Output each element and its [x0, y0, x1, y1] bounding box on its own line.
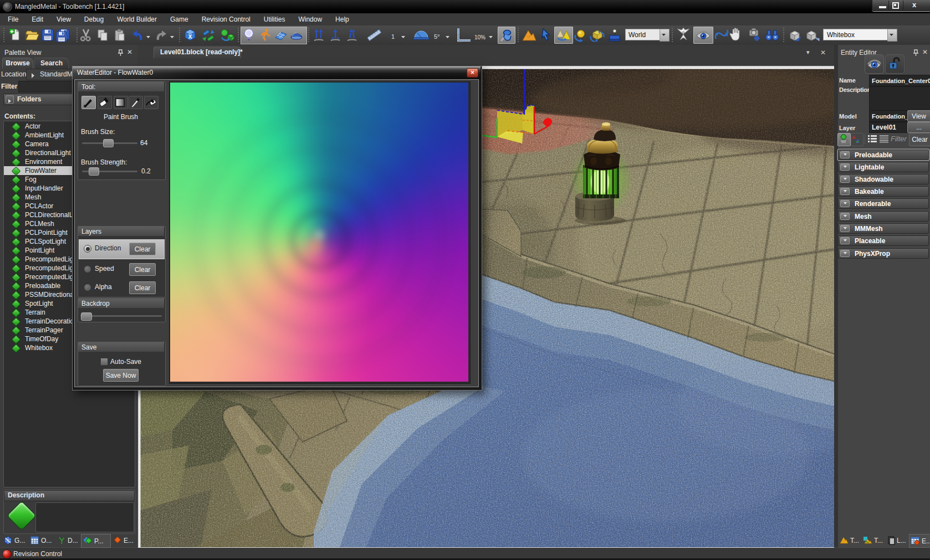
svg-text:A: A — [852, 135, 856, 140]
svg-text:Z: Z — [856, 138, 860, 143]
svg-text:X: X — [188, 34, 192, 40]
